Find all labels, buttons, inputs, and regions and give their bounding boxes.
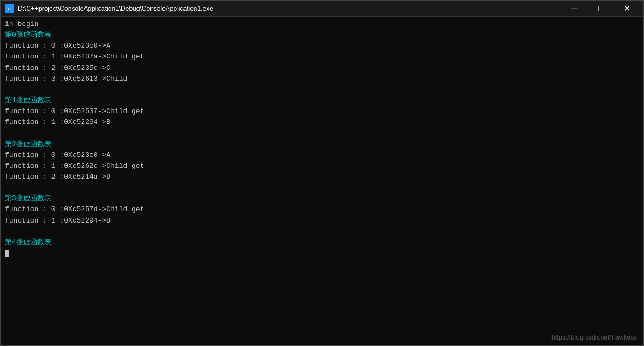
console-line: function : 0 :0Xc5257d->Child get bbox=[5, 204, 639, 215]
window-title: D:\C++project\ConsoleApplication1\Debug\… bbox=[18, 5, 213, 12]
console-line bbox=[5, 226, 639, 237]
console-line bbox=[5, 84, 639, 95]
minimize-button[interactable]: ─ bbox=[562, 1, 587, 17]
window-controls: ─ □ ✕ bbox=[562, 1, 639, 17]
cursor-blink bbox=[5, 250, 9, 257]
close-button[interactable]: ✕ bbox=[614, 1, 639, 17]
console-window: C D:\C++project\ConsoleApplication1\Debu… bbox=[0, 0, 644, 346]
console-line: function : 1 :0Xc52294->B bbox=[5, 216, 639, 226]
watermark: https://blog.csdn.net/Fawkess bbox=[551, 334, 637, 341]
console-line: function : 2 :0Xc5235c->C bbox=[5, 63, 639, 74]
maximize-icon: □ bbox=[598, 4, 603, 14]
title-bar-left: C D:\C++project\ConsoleApplication1\Debu… bbox=[5, 4, 213, 13]
svg-text:C: C bbox=[8, 6, 11, 11]
console-line: 第2张虚函数表 bbox=[5, 139, 639, 150]
console-line: function : 1 :0Xc5262c->Child get bbox=[5, 161, 639, 172]
console-line: 第3张虚函数表 bbox=[5, 193, 639, 204]
console-line: in begin bbox=[5, 19, 639, 30]
console-line: function : 0 :0Xc52537->Child get bbox=[5, 106, 639, 117]
console-output[interactable]: in begin第0张虚函数表function : 0 :0Xc523c0->A… bbox=[1, 17, 643, 345]
console-line: function : 1 :0Xc52294->B bbox=[5, 117, 639, 128]
console-line bbox=[5, 182, 639, 193]
maximize-button[interactable]: □ bbox=[588, 1, 613, 17]
console-line: 第0张虚函数表 bbox=[5, 30, 639, 41]
title-bar: C D:\C++project\ConsoleApplication1\Debu… bbox=[1, 1, 643, 17]
cursor-line bbox=[5, 248, 639, 259]
console-line bbox=[5, 128, 639, 139]
app-icon: C bbox=[5, 4, 14, 13]
minimize-icon: ─ bbox=[571, 4, 577, 14]
console-line: function : 3 :0Xc52613->Child bbox=[5, 74, 639, 84]
close-icon: ✕ bbox=[623, 3, 630, 14]
console-line: 第4张虚函数表 bbox=[5, 237, 639, 248]
console-line: function : 0 :0Xc523c0->A bbox=[5, 41, 639, 51]
console-line: function : 1 :0Xc5237a->Child get bbox=[5, 51, 639, 62]
console-line: function : 0 :0Xc523c0->A bbox=[5, 150, 639, 161]
console-line: 第1张虚函数表 bbox=[5, 95, 639, 106]
console-line: function : 2 :0Xc5214a->D bbox=[5, 172, 639, 182]
